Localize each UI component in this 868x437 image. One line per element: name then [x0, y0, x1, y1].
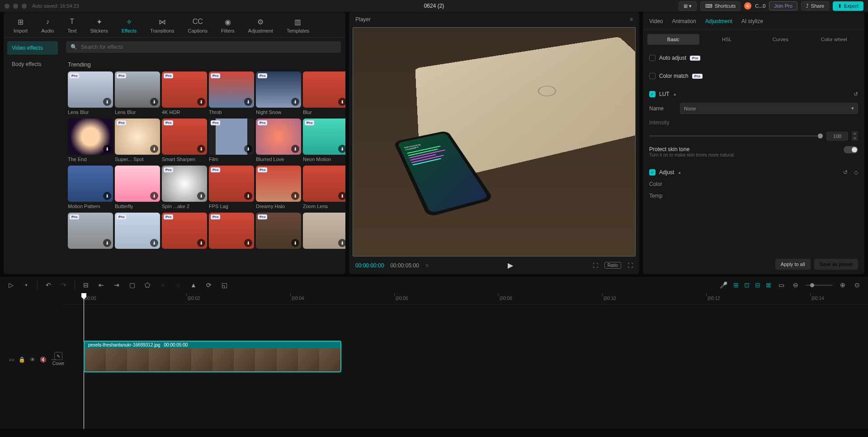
trim-left-tool[interactable]: ⇤: [97, 281, 106, 289]
tab-adjustment[interactable]: ⚙Adjustment: [243, 15, 278, 37]
preview-icon[interactable]: ▭: [777, 281, 786, 289]
color-match-row[interactable]: Color match Pro: [649, 70, 858, 82]
protect-toggle[interactable]: [844, 146, 858, 153]
lut-dropdown[interactable]: None▾: [680, 103, 858, 114]
tl-visible-icon[interactable]: 👁: [30, 356, 35, 363]
effect-item[interactable]: Pro⬇: [115, 213, 160, 251]
sub-tab-hsl[interactable]: HSL: [701, 34, 753, 45]
download-icon[interactable]: ⬇: [244, 192, 252, 200]
layout-button[interactable]: ⊞ ▾: [679, 1, 697, 11]
tl-lock-icon[interactable]: ▭: [9, 356, 14, 363]
download-icon[interactable]: ⬇: [244, 98, 252, 106]
download-icon[interactable]: ⬇: [150, 192, 158, 200]
download-icon[interactable]: ⬇: [197, 239, 205, 247]
collapse-icon[interactable]: ▲: [678, 171, 681, 175]
inspector-tab-animation[interactable]: Animation: [672, 16, 696, 29]
effect-item[interactable]: Pro⬇: [68, 213, 113, 251]
intensity-slider[interactable]: [649, 135, 823, 137]
download-icon[interactable]: ⬇: [103, 98, 111, 106]
tab-audio[interactable]: ♪Audio: [36, 15, 59, 37]
download-icon[interactable]: ⬇: [338, 239, 345, 247]
zoom-out-icon[interactable]: ⊖: [791, 281, 800, 289]
tab-import[interactable]: ⊞Import: [8, 15, 33, 37]
effect-item[interactable]: Pro⬇FPS Lag: [209, 166, 254, 209]
download-icon[interactable]: ⬇: [338, 192, 345, 200]
download-icon[interactable]: ⬇: [291, 145, 299, 153]
mirror-tool[interactable]: ▲: [189, 281, 198, 289]
tl-lock2-icon[interactable]: 🔒: [19, 356, 25, 363]
inspector-tab-adjustment[interactable]: Adjustment: [705, 16, 732, 29]
sub-tab-basic[interactable]: Basic: [647, 34, 699, 45]
download-icon[interactable]: ⬇: [197, 192, 205, 200]
effect-item[interactable]: Pro⬇: [209, 213, 254, 251]
effect-item[interactable]: Pro⬇Super... Spot: [115, 119, 160, 162]
scan-icon[interactable]: ⛶: [593, 262, 598, 269]
avatar[interactable]: C: [744, 2, 751, 10]
levels-icon[interactable]: ≡: [425, 262, 429, 269]
adjust-checkbox[interactable]: ✓: [649, 169, 656, 176]
effect-item[interactable]: Pro⬇Blurred Love: [256, 119, 301, 162]
fit-icon[interactable]: ⊙: [853, 281, 862, 289]
undo-button[interactable]: ↶: [44, 281, 53, 289]
keyframe-icon[interactable]: ◇: [854, 169, 858, 176]
download-icon[interactable]: ⬇: [150, 239, 158, 247]
crop-tool[interactable]: ◱: [220, 281, 229, 289]
adjust-header[interactable]: ✓ Adjust ▲ ↺ ◇: [649, 166, 858, 178]
download-icon[interactable]: ⬇: [197, 98, 205, 106]
effect-item[interactable]: Pro⬇: [256, 213, 301, 251]
download-icon[interactable]: ⬇: [103, 192, 111, 200]
lut-checkbox[interactable]: ✓: [649, 91, 656, 97]
color-match-checkbox[interactable]: [649, 73, 656, 79]
sub-tab-curves[interactable]: Curves: [755, 34, 807, 45]
tab-text[interactable]: TText: [62, 15, 82, 37]
effect-item[interactable]: Pro⬇Smart Sharpen: [162, 119, 207, 162]
download-icon[interactable]: ⬇: [150, 145, 158, 153]
download-icon[interactable]: ⬇: [103, 239, 111, 247]
effect-item[interactable]: Pro⬇Lens Blur: [68, 71, 113, 115]
effect-item[interactable]: Pro⬇Spin ...ake 2: [162, 166, 207, 209]
tab-transitions[interactable]: ⋈Transitions: [145, 15, 179, 37]
tl-mute-icon[interactable]: 🔇: [40, 356, 47, 363]
sub-tab-color-wheel[interactable]: Color wheel: [808, 34, 860, 45]
save-preset-button[interactable]: Save as preset: [814, 259, 858, 270]
snap-icon-3[interactable]: ⊟: [755, 281, 760, 289]
join-pro-button[interactable]: Join Pro: [769, 1, 797, 10]
snap-icon-2[interactable]: ⊡: [744, 281, 750, 289]
effect-item[interactable]: Pro⬇Dreamy Halo: [256, 166, 301, 209]
download-icon[interactable]: ⬇: [291, 98, 299, 106]
collapse-icon[interactable]: ▲: [673, 92, 677, 96]
download-icon[interactable]: ⬇: [291, 192, 299, 200]
auto-adjust-row[interactable]: Auto adjust Pro: [649, 52, 858, 64]
sidebar-item-video-effects[interactable]: Video effects: [7, 41, 58, 55]
player-menu-icon[interactable]: ≡: [630, 16, 633, 23]
effect-item[interactable]: Pro⬇4K HDR: [162, 71, 207, 115]
effect-item[interactable]: ⬇The End: [68, 119, 113, 162]
effect-item[interactable]: Pro⬇Night Snow: [256, 71, 301, 115]
inspector-tab-video[interactable]: Video: [649, 16, 663, 29]
trim-right-tool[interactable]: ⇥: [112, 281, 121, 289]
reset-icon[interactable]: ↺: [854, 91, 858, 97]
download-icon[interactable]: ⬇: [103, 145, 111, 153]
effect-item[interactable]: Pro⬇: [162, 213, 207, 251]
marker-tool[interactable]: ⬠: [143, 281, 152, 289]
rotate-tool[interactable]: ⟳: [204, 281, 213, 289]
zoom-slider[interactable]: [806, 285, 833, 286]
effect-item[interactable]: Pro⬇Neon Motion: [303, 119, 345, 162]
download-icon[interactable]: ⬇: [244, 145, 252, 153]
shortcuts-button[interactable]: ⌨ Shortcuts: [700, 1, 741, 11]
tab-filters[interactable]: ◉Filters: [216, 15, 240, 37]
intensity-value[interactable]: 100: [826, 132, 848, 141]
tab-captions[interactable]: CCCaptions: [182, 15, 212, 37]
ratio-button[interactable]: Ratio: [604, 262, 621, 269]
play-button[interactable]: ▶: [508, 261, 513, 270]
tab-stickers[interactable]: ✦Stickers: [85, 15, 113, 37]
tab-templates[interactable]: ▥Templates: [281, 15, 315, 37]
inspector-tab-ai-stylize[interactable]: AI stylize: [741, 16, 763, 29]
intensity-stepper[interactable]: ▲▼: [852, 131, 858, 141]
effect-item[interactable]: ⬇: [303, 213, 345, 251]
lut-header[interactable]: ✓ LUT ▲ ↺: [649, 88, 858, 100]
mic-icon[interactable]: 🎤: [719, 281, 728, 289]
effect-item[interactable]: ⬇Butterfly: [115, 166, 160, 209]
effect-item[interactable]: ⬇Zoom Lens: [303, 166, 345, 209]
search-input[interactable]: 🔍 Search for effects: [66, 41, 341, 53]
